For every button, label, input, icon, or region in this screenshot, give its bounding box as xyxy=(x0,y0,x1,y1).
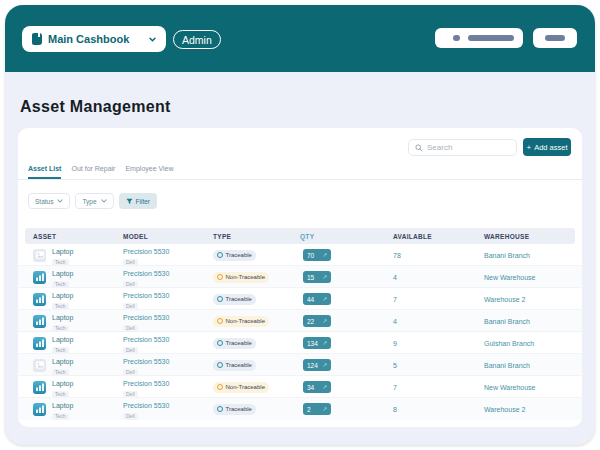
qty-value: 2 xyxy=(307,406,311,413)
warehouse-name: Banani Branch xyxy=(484,318,530,325)
model-name: Precision 5530 xyxy=(123,314,169,321)
search-placeholder: Search xyxy=(427,143,452,152)
model-name: Precision 5530 xyxy=(123,292,169,299)
asset-category: Tech xyxy=(52,281,69,288)
type-icon xyxy=(217,406,223,412)
col-model: MODEL xyxy=(123,233,148,240)
table-row[interactable]: Laptop Tech Precision 5530 Dell Non-Trac… xyxy=(18,266,582,288)
add-asset-label: Add asset xyxy=(534,143,567,152)
filter-label: Filter xyxy=(136,198,150,205)
tab-divider xyxy=(18,179,582,180)
plus-icon: + xyxy=(526,143,531,152)
model-name: Precision 5530 xyxy=(123,248,169,255)
type-label: Traceable xyxy=(226,406,252,412)
table-row[interactable]: Laptop Tech Precision 5530 Dell Traceabl… xyxy=(18,354,582,376)
table-row[interactable]: Laptop Tech Precision 5530 Dell Traceabl… xyxy=(18,244,582,266)
asset-category: Tech xyxy=(52,413,69,420)
available-value: 4 xyxy=(393,318,397,325)
table-row[interactable]: Laptop Tech Precision 5530 Dell Traceabl… xyxy=(18,398,582,420)
nav-widget-1[interactable] xyxy=(435,28,523,48)
warehouse-name: Banani Branch xyxy=(484,252,530,259)
qty-badge[interactable]: 15 ↗ xyxy=(303,271,331,283)
type-label: Type xyxy=(82,198,96,205)
asset-thumbnail-icon xyxy=(33,293,46,306)
arrow-up-right-icon: ↗ xyxy=(322,252,327,258)
chevron-down-icon xyxy=(101,198,107,204)
warehouse-name: Gulshan Branch xyxy=(484,340,534,347)
table-row[interactable]: Laptop Tech Precision 5530 Dell Traceabl… xyxy=(18,332,582,354)
qty-badge[interactable]: 70 ↗ xyxy=(303,249,331,261)
available-value: 7 xyxy=(393,296,397,303)
bar-placeholder xyxy=(468,35,514,41)
warehouse-name: Banani Branch xyxy=(484,362,530,369)
type-badge: Traceable xyxy=(213,294,256,305)
bar-placeholder xyxy=(545,35,565,41)
asset-thumbnail-icon xyxy=(33,249,46,262)
qty-value: 134 xyxy=(307,340,318,347)
col-qty: QTY xyxy=(300,233,314,240)
table-body: Laptop Tech Precision 5530 Dell Traceabl… xyxy=(18,244,582,420)
type-dropdown[interactable]: Type xyxy=(75,193,113,209)
table-row[interactable]: Laptop Tech Precision 5530 Dell Non-Trac… xyxy=(18,376,582,398)
admin-badge[interactable]: Admin xyxy=(173,30,221,49)
available-value: 9 xyxy=(393,340,397,347)
filter-bar: Status Type Filter xyxy=(28,193,157,209)
qty-value: 34 xyxy=(307,384,314,391)
tab-out-for-repair[interactable]: Out for Repair xyxy=(71,165,115,179)
filter-button[interactable]: Filter xyxy=(119,193,157,209)
asset-thumbnail-icon xyxy=(33,271,46,284)
available-value: 4 xyxy=(393,274,397,281)
arrow-up-right-icon: ↗ xyxy=(322,296,327,302)
warehouse-name: New Warehouse xyxy=(484,274,536,281)
model-name: Precision 5530 xyxy=(123,336,169,343)
col-type: TYPE xyxy=(213,233,231,240)
cashbook-selector[interactable]: Main Cashbook xyxy=(22,26,166,52)
arrow-up-right-icon: ↗ xyxy=(322,274,327,280)
table-header: ASSET MODEL TYPE QTY AVAILABLE WAREHOUSE xyxy=(25,228,575,244)
qty-value: 15 xyxy=(307,274,314,281)
type-badge: Non-Traceable xyxy=(213,382,269,393)
qty-badge[interactable]: 22 ↗ xyxy=(303,315,331,327)
asset-category: Tech xyxy=(52,347,69,354)
type-icon xyxy=(217,296,223,302)
add-asset-button[interactable]: + Add asset xyxy=(523,138,571,156)
book-icon xyxy=(32,33,42,45)
status-label: Status xyxy=(35,198,53,205)
qty-badge[interactable]: 34 ↗ xyxy=(303,381,331,393)
table-row[interactable]: Laptop Tech Precision 5530 Dell Traceabl… xyxy=(18,288,582,310)
status-dropdown[interactable]: Status xyxy=(28,193,70,209)
qty-badge[interactable]: 2 ↗ xyxy=(303,403,331,415)
qty-badge[interactable]: 124 ↗ xyxy=(303,359,331,371)
top-navbar: Main Cashbook Admin xyxy=(5,5,595,72)
search-input[interactable]: Search xyxy=(408,139,517,156)
type-icon xyxy=(217,384,223,390)
type-label: Traceable xyxy=(226,252,252,258)
available-value: 7 xyxy=(393,384,397,391)
search-icon xyxy=(415,144,423,152)
qty-value: 22 xyxy=(307,318,314,325)
qty-badge[interactable]: 44 ↗ xyxy=(303,293,331,305)
table-row[interactable]: Laptop Tech Precision 5530 Dell Non-Trac… xyxy=(18,310,582,332)
type-label: Non-Traceable xyxy=(226,274,265,280)
asset-thumbnail-icon xyxy=(33,403,46,416)
qty-badge[interactable]: 134 ↗ xyxy=(303,337,331,349)
page-title: Asset Management xyxy=(20,98,171,116)
model-brand: Dell xyxy=(123,369,138,376)
type-label: Non-Traceable xyxy=(226,384,265,390)
type-badge: Traceable xyxy=(213,360,256,371)
cashbook-label: Main Cashbook xyxy=(48,33,129,45)
type-label: Traceable xyxy=(226,362,252,368)
model-brand: Dell xyxy=(123,391,138,398)
chevron-down-icon xyxy=(57,198,63,204)
model-brand: Dell xyxy=(123,303,138,310)
col-warehouse: WAREHOUSE xyxy=(484,233,529,240)
model-brand: Dell xyxy=(123,413,138,420)
tab-employee-view[interactable]: Employee View xyxy=(125,165,173,179)
type-badge: Traceable xyxy=(213,338,256,349)
arrow-up-right-icon: ↗ xyxy=(322,318,327,324)
tab-asset-list[interactable]: Asset List xyxy=(28,165,61,179)
nav-widget-2[interactable] xyxy=(533,28,577,48)
asset-name: Laptop xyxy=(52,292,73,299)
admin-label: Admin xyxy=(182,34,212,46)
type-badge: Traceable xyxy=(213,404,256,415)
